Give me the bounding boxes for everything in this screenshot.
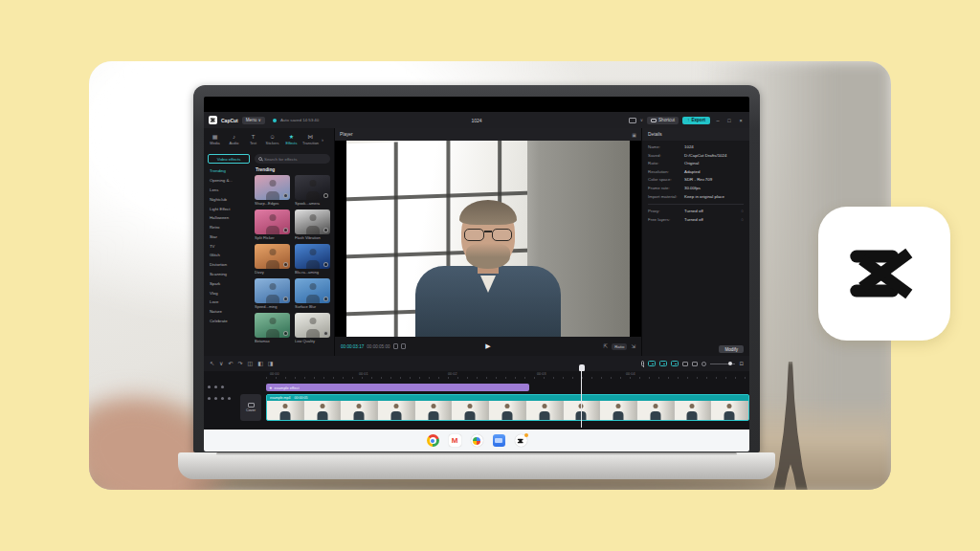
tab-transition[interactable]: ⋈Transition: [301, 134, 320, 145]
effect-track-header[interactable]: [208, 386, 231, 388]
toggle-icon-1[interactable]: [648, 361, 656, 366]
video-effects-button[interactable]: Video effects: [208, 154, 250, 164]
effect-tile[interactable]: Spook...amera: [295, 175, 330, 206]
effects-search[interactable]: [255, 154, 330, 164]
laptop-bezel: CapCut Menu ∨ Auto saved 14:53:40 1024 ∨…: [193, 85, 760, 452]
zoom-fit-icon[interactable]: ⊡: [739, 361, 744, 366]
close-button[interactable]: ×: [737, 118, 745, 123]
link-icon[interactable]: [692, 362, 698, 366]
effect-clip[interactable]: ★ example effect: [266, 384, 529, 391]
fullscreen-icon[interactable]: ⇲: [631, 343, 635, 349]
tab-stickers[interactable]: ☺Stickers: [263, 134, 281, 145]
effect-tile[interactable]: Split Flicker: [255, 209, 290, 240]
toggle-icon-3[interactable]: [671, 361, 679, 366]
timeline-tool-5[interactable]: ◧: [257, 361, 263, 366]
tab-effects[interactable]: ★Effects: [282, 134, 301, 145]
category-love[interactable]: Love: [208, 298, 250, 307]
category-light-effect[interactable]: Light Effect: [208, 204, 250, 213]
category-celebrate[interactable]: Celebrate: [208, 317, 250, 326]
shortcut-button[interactable]: Shortcut: [647, 117, 679, 124]
chrome-icon[interactable]: [427, 434, 439, 447]
category-nightclub[interactable]: Nightclub: [208, 194, 250, 204]
timeline-tool-3[interactable]: ↷: [237, 361, 242, 366]
effect-tile[interactable]: Low Quality: [295, 313, 330, 343]
files-icon[interactable]: [493, 434, 505, 447]
search-input[interactable]: [264, 157, 326, 162]
effect-tile[interactable]: Betamax: [255, 313, 290, 343]
preview-axis-icon[interactable]: [682, 362, 688, 366]
effect-tile[interactable]: Sharp...Edges: [255, 175, 290, 206]
effect-tile[interactable]: Flash Vibration: [295, 209, 330, 240]
category-scanning[interactable]: Scanning: [208, 270, 250, 279]
cover-button[interactable]: Cover: [240, 394, 261, 421]
effect-tile[interactable]: Speed...ming: [255, 278, 290, 309]
search-icon: [258, 157, 262, 161]
details-label: Resolution:: [648, 169, 684, 174]
gear-icon[interactable]: ○: [741, 217, 744, 222]
category-vlog[interactable]: Vlog: [208, 288, 250, 298]
tab-label: Audio: [230, 141, 239, 145]
category-halloween[interactable]: Halloween: [208, 213, 250, 223]
minimize-button[interactable]: –: [714, 118, 722, 123]
capcut-window: CapCut Menu ∨ Auto saved 14:53:40 1024 ∨…: [204, 112, 749, 430]
category-tv[interactable]: TV: [208, 241, 250, 251]
photos-icon[interactable]: [471, 434, 483, 447]
category-star[interactable]: Star: [208, 231, 250, 241]
effect-thumbnail: [255, 209, 290, 234]
display-mode-icon[interactable]: [629, 118, 636, 123]
prev-frame-icon[interactable]: [393, 343, 398, 349]
ruler-ticks: [266, 371, 749, 380]
vip-badge-icon: [323, 228, 328, 232]
video-track-header[interactable]: [208, 397, 231, 400]
timeline-tool-4[interactable]: ◫: [248, 361, 254, 366]
video-clip[interactable]: example.mp4 00:00:05: [266, 394, 749, 421]
gmail-icon[interactable]: M: [449, 434, 461, 447]
toggle-icon-2[interactable]: [659, 361, 667, 366]
maximize-button[interactable]: □: [725, 118, 733, 123]
category-distortion[interactable]: Distortion: [208, 260, 250, 270]
record-voiceover-icon[interactable]: [641, 361, 645, 366]
tab-audio[interactable]: ♪Audio: [225, 134, 243, 145]
ruler-label: 00:00: [270, 372, 279, 376]
modify-button[interactable]: Modify: [719, 345, 744, 353]
tab-media[interactable]: ▦Media: [206, 134, 224, 145]
effect-clip-label: example effect: [275, 386, 300, 390]
player-panel-icon[interactable]: ▣: [632, 132, 636, 138]
next-frame-icon[interactable]: [401, 343, 406, 349]
category-retro[interactable]: Retro: [208, 223, 250, 232]
timeline-zoom-slider[interactable]: [710, 364, 735, 364]
play-button[interactable]: ▶: [485, 342, 490, 350]
timeline-tool-1[interactable]: ∨: [219, 361, 223, 366]
category-spark[interactable]: Spark: [208, 278, 250, 288]
clip-frame-thumbnail: [711, 401, 748, 420]
gear-icon[interactable]: ○: [741, 209, 744, 213]
category-lens[interactable]: Lens: [208, 186, 250, 195]
capcut-dock-icon[interactable]: [515, 434, 527, 447]
details-label: Ratio:: [648, 161, 684, 165]
effect-name: Betamax: [255, 339, 290, 343]
timeline-tool-6[interactable]: ◨: [268, 361, 274, 366]
category-nature[interactable]: Nature: [208, 307, 250, 317]
category-glitch[interactable]: Glitch: [208, 251, 250, 260]
expand-icon[interactable]: ⇱: [604, 343, 609, 349]
tabs-more-arrow[interactable]: ›: [322, 137, 323, 143]
effect-tile[interactable]: Dizzy: [255, 244, 290, 275]
export-button[interactable]: ↑ Export: [682, 117, 710, 124]
ratio-button[interactable]: Ratio: [612, 343, 627, 350]
effect-tile[interactable]: Surface Blur: [295, 278, 330, 309]
tab-text[interactable]: TText: [244, 134, 262, 145]
effect-tile[interactable]: Blu-ra...aming: [295, 244, 330, 275]
category-trending[interactable]: Trending: [208, 166, 250, 176]
timeline-settings-icon[interactable]: [702, 362, 706, 366]
timeline-tool-2[interactable]: ↶: [228, 361, 233, 366]
transition-icon: ⋈: [308, 134, 314, 140]
playhead[interactable]: [581, 371, 582, 428]
video-preview[interactable]: [346, 141, 630, 337]
display-caret-icon[interactable]: ∨: [640, 118, 643, 122]
menu-button[interactable]: Menu ∨: [242, 117, 265, 124]
timeline-ruler[interactable]: 00:0000:0100:0200:0300:04: [204, 371, 749, 380]
category-opening-[interactable]: Opening &...: [208, 176, 250, 186]
timeline-tool-0[interactable]: ↖: [210, 361, 214, 366]
effect-thumbnail: [255, 244, 290, 269]
vip-badge-icon: [323, 262, 328, 267]
